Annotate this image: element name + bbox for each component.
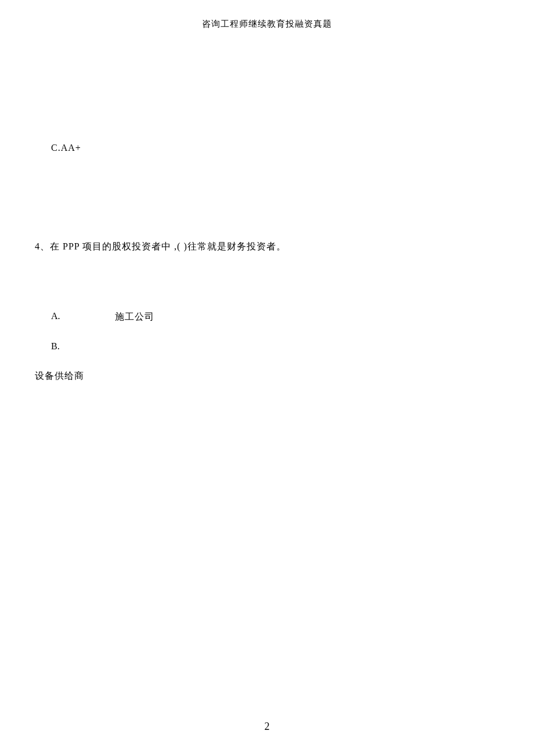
option-b-text: 设备供给商 [35,370,84,382]
page-header: 咨询工程师继续教育投融资真题 [0,19,534,30]
option-a-text: 施工公司 [115,311,154,323]
question-4: 4、在 PPP 项目的股权投资者中 ,( )往常就是财务投资者。 [35,241,286,253]
page-number-value: 2 [265,721,270,732]
option-c: C.AA+ [51,143,81,153]
option-a-label: A. [51,311,60,321]
page-number: 2 [0,721,534,733]
header-title: 咨询工程师继续教育投融资真题 [202,19,332,28]
option-b-label: B. [51,341,60,352]
